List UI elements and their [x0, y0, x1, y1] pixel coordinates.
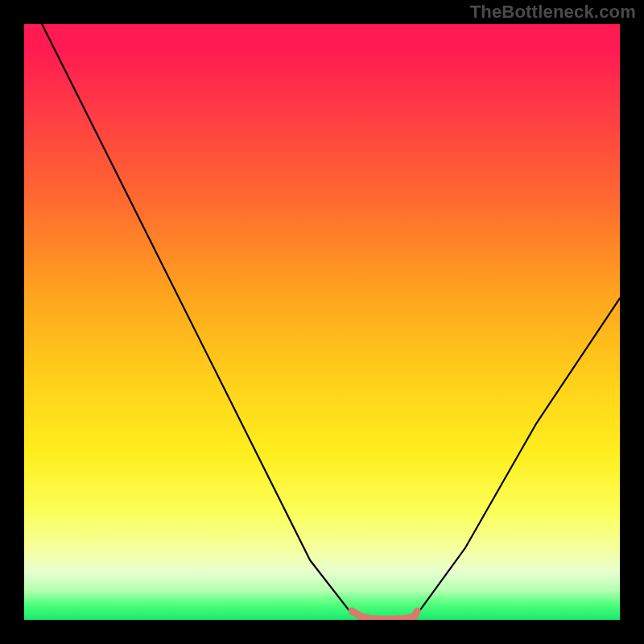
curve-layer [42, 24, 620, 620]
highlight-layer [352, 611, 417, 619]
plot-area [24, 24, 620, 620]
optimal-range-marker [352, 611, 417, 619]
bottleneck-chart [24, 24, 620, 620]
watermark-label: TheBottleneck.com [470, 2, 636, 23]
chart-frame: TheBottleneck.com [0, 0, 644, 644]
bottleneck-curve-path [42, 24, 620, 620]
